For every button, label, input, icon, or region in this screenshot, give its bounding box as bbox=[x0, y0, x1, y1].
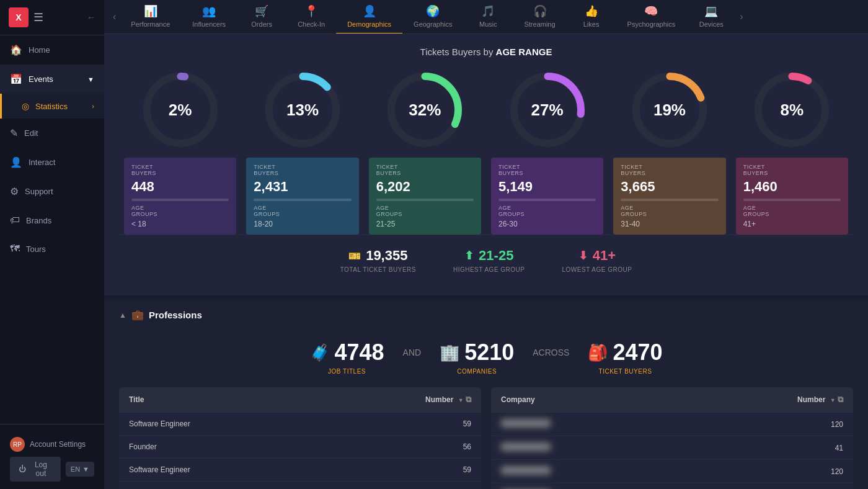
ticket-buyers-label-2: TICKETBUYERS bbox=[376, 164, 474, 176]
professions-collapse-button[interactable]: ▲ bbox=[119, 311, 126, 320]
tab-psychographics[interactable]: 🧠 Psychographics bbox=[616, 0, 687, 34]
sidebar-item-brands[interactable]: 🏷 Brands bbox=[0, 206, 104, 235]
highest-age-label: HIGHEST AGE GROUP bbox=[453, 266, 525, 273]
tab-influencers[interactable]: 👥 Influencers bbox=[181, 0, 237, 34]
connector-across: ACROSS bbox=[526, 348, 575, 357]
language-label: EN bbox=[71, 465, 80, 473]
table-row: Founder 56 bbox=[119, 482, 481, 490]
age-col-0: 2% TICKETBUYERS 448 AGEGROUPS < 18 bbox=[119, 70, 241, 235]
orders-icon: 🛒 bbox=[255, 4, 268, 18]
age-stat-box-5: TICKETBUYERS 1,460 AGEGROUPS 41+ bbox=[736, 158, 848, 235]
number-cell: 56 bbox=[319, 482, 481, 490]
company-sort-icon: ▼ bbox=[830, 397, 836, 403]
account-avatar: RP bbox=[10, 437, 25, 452]
company-table-container: Company Number ▼ ⧉ 120 bbox=[491, 387, 853, 489]
copy-button[interactable]: ⧉ bbox=[466, 395, 471, 404]
age-group-label-3: AGEGROUPS bbox=[498, 205, 596, 217]
company-number-cell: 41 bbox=[677, 436, 853, 460]
ticket-icon: 🎫 bbox=[348, 250, 361, 262]
age-col-2: 32% TICKETBUYERS 6,202 AGEGROUPS 21-25 bbox=[364, 70, 486, 235]
age-summary-row: 🎫 19,355 TOTAL TICKET BUYERS ⬆ 21-25 HIG… bbox=[119, 235, 853, 283]
title-table: Title Number ▼ ⧉ Software Engineer bbox=[119, 387, 481, 489]
donut-percent-5: 8% bbox=[781, 101, 804, 120]
company-name-cell bbox=[491, 436, 677, 460]
professions-title: Professions bbox=[149, 310, 202, 320]
sidebar-item-support[interactable]: ⚙ Support bbox=[0, 177, 104, 206]
tab-streaming[interactable]: 🎧 Streaming bbox=[513, 0, 566, 34]
ticket-buyers-value-1: 2,431 bbox=[254, 179, 351, 195]
ticket-buyers-label-5: TICKETBUYERS bbox=[743, 164, 841, 176]
top-navigation: ‹ 📊 Performance 👥 Influencers 🛒 Orders 📍… bbox=[104, 0, 868, 34]
sidebar-item-interact[interactable]: 👤 Interact bbox=[0, 148, 104, 177]
age-group-value-1: 18-20 bbox=[254, 220, 351, 228]
statistics-icon: ◎ bbox=[22, 101, 29, 111]
support-icon: ⚙ bbox=[10, 186, 19, 197]
tab-devices[interactable]: 💻 Devices bbox=[686, 0, 736, 34]
psychographics-icon: 🧠 bbox=[644, 4, 658, 18]
donut-charts-row: 2% TICKETBUYERS 448 AGEGROUPS < 18 13% T… bbox=[119, 70, 853, 235]
table-row: Founder 56 bbox=[119, 436, 481, 459]
tab-likes[interactable]: 👍 Likes bbox=[567, 0, 616, 34]
job-titles-stat: 🧳 4748 JOB TITLES bbox=[310, 339, 384, 375]
sidebar-item-statistics[interactable]: ◎ Statistics › bbox=[0, 94, 104, 119]
table-row: 120 bbox=[491, 413, 853, 436]
sidebar-item-edit[interactable]: ✎ Edit bbox=[0, 119, 104, 148]
sidebar-item-tours[interactable]: 🗺 Tours bbox=[0, 235, 104, 263]
tab-demographics[interactable]: 👤 Demographics bbox=[336, 0, 402, 34]
hamburger-button[interactable]: ☰ bbox=[33, 11, 43, 24]
table-row: Software Engineer 59 bbox=[119, 413, 481, 436]
age-group-label-4: AGEGROUPS bbox=[621, 205, 718, 217]
tab-geographics-label: Geographics bbox=[414, 20, 452, 28]
demographics-icon: 👤 bbox=[363, 4, 376, 18]
highest-age-group-summary: ⬆ 21-25 HIGHEST AGE GROUP bbox=[453, 248, 525, 273]
tab-orders[interactable]: 🛒 Orders bbox=[237, 0, 286, 34]
tab-checkin[interactable]: 📍 Check-In bbox=[286, 0, 336, 34]
company-col-header: Company bbox=[491, 387, 677, 413]
number-cell: 59 bbox=[319, 459, 481, 482]
ticket-buyers-value-0: 448 bbox=[131, 179, 229, 195]
tab-orders-label: Orders bbox=[251, 20, 272, 28]
top-nav-items: 📊 Performance 👥 Influencers 🛒 Orders 📍 C… bbox=[120, 0, 736, 34]
brands-icon: 🏷 bbox=[10, 215, 20, 226]
devices-icon: 💻 bbox=[704, 4, 718, 18]
job-titles-count: 4748 bbox=[335, 339, 384, 366]
tab-music[interactable]: 🎵 Music bbox=[463, 0, 513, 34]
connector-and: AND bbox=[397, 348, 428, 357]
company-number-cell: 41 bbox=[677, 483, 853, 490]
title-cell: Founder bbox=[119, 482, 319, 490]
tab-performance-label: Performance bbox=[131, 20, 170, 28]
edit-icon: ✎ bbox=[10, 127, 18, 139]
account-settings-link[interactable]: RP Account Settings bbox=[10, 432, 94, 457]
age-stat-box-2: TICKETBUYERS 6,202 AGEGROUPS 21-25 bbox=[369, 158, 481, 235]
nav-next-button[interactable]: › bbox=[736, 11, 746, 22]
donut-chart-3: 27% bbox=[507, 70, 588, 150]
total-ticket-buyers-summary: 🎫 19,355 TOTAL TICKET BUYERS bbox=[340, 248, 416, 273]
donut-percent-3: 27% bbox=[531, 101, 564, 120]
company-copy-button[interactable]: ⧉ bbox=[838, 395, 843, 404]
tab-geographics[interactable]: 🌍 Geographics bbox=[402, 0, 463, 34]
tab-performance[interactable]: 📊 Performance bbox=[120, 0, 181, 34]
sidebar-logo: X ☰ ← bbox=[0, 0, 104, 35]
ticket-buyers-stat: 🎒 2470 TICKET BUYERS bbox=[588, 339, 662, 375]
tours-icon: 🗺 bbox=[10, 243, 20, 254]
highest-age-value: 21-25 bbox=[479, 248, 513, 264]
nav-prev-button[interactable]: ‹ bbox=[109, 11, 120, 22]
ticket-buyers-label-4: TICKETBUYERS bbox=[621, 164, 718, 176]
likes-icon: 👍 bbox=[585, 4, 598, 18]
companies-stat: 🏢 5210 COMPANIES bbox=[440, 339, 514, 375]
ticket-buyers-label-3: TICKETBUYERS bbox=[498, 164, 596, 176]
sidebar-item-statistics-label: Statistics bbox=[35, 102, 68, 111]
donut-percent-1: 13% bbox=[286, 101, 319, 120]
influencers-icon: 👥 bbox=[202, 4, 216, 18]
title-col-header: Title bbox=[119, 387, 319, 413]
sidebar-item-support-label: Support bbox=[25, 187, 53, 196]
number-col-header: Number ▼ ⧉ bbox=[319, 387, 481, 413]
ticket-buyers-label-1: TICKETBUYERS bbox=[254, 164, 351, 176]
sidebar-item-home[interactable]: 🏠 Home bbox=[0, 35, 104, 65]
logout-button[interactable]: ⏻ Log out bbox=[10, 457, 61, 482]
age-stat-box-1: TICKETBUYERS 2,431 AGEGROUPS 18-20 bbox=[246, 158, 358, 235]
back-button[interactable]: ← bbox=[87, 12, 95, 22]
age-group-label-5: AGEGROUPS bbox=[743, 205, 841, 217]
language-selector[interactable]: EN ▼ bbox=[66, 462, 94, 477]
sidebar-item-events[interactable]: 📅 Events ▼ bbox=[0, 65, 104, 94]
